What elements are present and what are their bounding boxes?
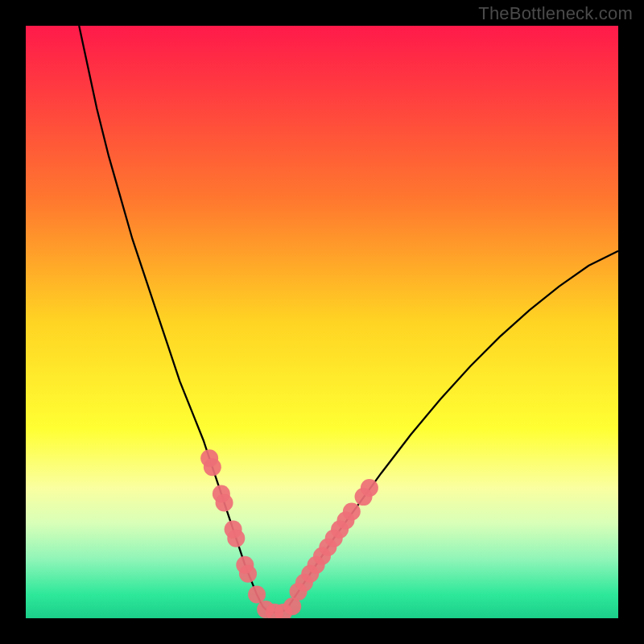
watermark-text: TheBottleneck.com: [478, 3, 633, 24]
chart-svg: [26, 26, 618, 618]
marker-dot: [248, 586, 266, 604]
marker-dot: [227, 530, 245, 547]
gradient-background: [26, 26, 618, 618]
plot-area: [26, 26, 618, 618]
marker-dot: [239, 565, 257, 583]
marker-dot: [216, 493, 233, 511]
marker-dot: [204, 458, 221, 476]
chart-frame: TheBottleneck.com: [0, 0, 644, 644]
marker-dot: [343, 503, 361, 521]
marker-dot: [361, 479, 378, 497]
